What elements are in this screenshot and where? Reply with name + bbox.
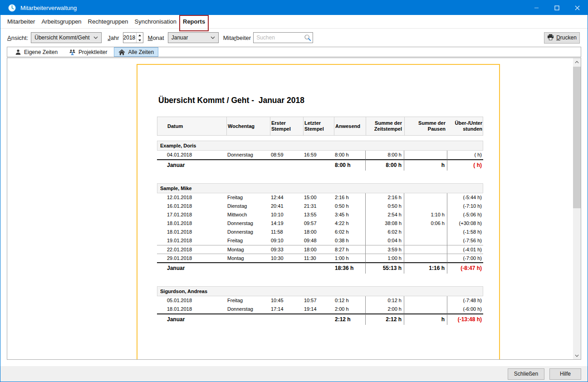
schliessen-button-label: Schließen xyxy=(514,371,538,377)
search-input[interactable] xyxy=(254,34,303,41)
body-cell: Freitag xyxy=(226,296,270,305)
summary-cell: Januar xyxy=(157,159,226,171)
body-cell: 0:50 h xyxy=(334,202,366,211)
menu-bar: MitarbeiterArbeitsgruppenRechtegruppenSy… xyxy=(0,15,588,29)
body-cell: 29.01.2018 xyxy=(157,254,226,262)
body-cell: 1:00 h xyxy=(366,254,404,262)
table-row: 05.01.2018Freitag10:4510:570:12 h0:12 h(… xyxy=(157,296,483,305)
search-icon[interactable] xyxy=(303,34,313,41)
table-row: 18.01.2018Donnerstag11:5818:006:02 h6:02… xyxy=(157,228,483,236)
scrollbar-thumb[interactable] xyxy=(573,67,581,208)
summary-cell xyxy=(303,313,334,325)
summary-cell: ( h) xyxy=(447,159,483,171)
summary-cell xyxy=(226,262,270,274)
body-cell: 8:00 h xyxy=(334,151,366,159)
summary-cell xyxy=(270,313,303,325)
menu-item-synchronisation[interactable]: Synchronisation xyxy=(135,18,177,25)
body-cell: 2:00 h xyxy=(366,305,404,313)
menu-item-rechtegruppen[interactable]: Rechtegruppen xyxy=(88,18,128,25)
hilfe-button[interactable]: Hilfe xyxy=(549,368,581,380)
body-cell: 13:55 xyxy=(303,211,334,219)
tab-projektleiter[interactable]: Projektleiter xyxy=(64,47,112,57)
summary-cell: 18:36 h xyxy=(334,262,366,274)
body-cell: 20:41 xyxy=(270,202,303,211)
monat-dropdown[interactable]: Januar xyxy=(168,32,219,43)
summary-row: Januar2:12 h2:12 hh(-13:48 h) xyxy=(157,313,483,325)
body-cell: (-5:44 h) xyxy=(447,193,483,202)
body-cell: 4:22 h xyxy=(334,219,366,228)
minimize-button[interactable] xyxy=(526,0,547,15)
summary-cell: h xyxy=(404,313,447,325)
ansicht-dropdown[interactable]: Übersicht Kommt/Geht xyxy=(31,32,102,43)
tab-alle-zeiten[interactable]: Alle Zeiten xyxy=(114,47,158,57)
body-cell xyxy=(404,193,447,202)
ansicht-dropdown-value: Übersicht Kommt/Geht xyxy=(34,34,89,41)
body-cell: 10:30 xyxy=(270,254,303,262)
body-cell: 1:00 h xyxy=(334,254,366,262)
menu-item-arbeitsgruppen[interactable]: Arbeitsgruppen xyxy=(41,18,81,25)
body-cell: (-7:48 h) xyxy=(447,296,483,305)
triangle-down-icon xyxy=(138,39,141,41)
body-cell: (-7:10 h) xyxy=(447,202,483,211)
summary-cell xyxy=(270,159,303,171)
table-row: 04.01.2018Donnerstag08:5916:598:00 h8:00… xyxy=(157,151,483,159)
tab-strip: Eigene Zeiten Projektleiter xyxy=(7,47,581,57)
spinner-up-button[interactable] xyxy=(137,33,143,38)
body-cell: 15:00 xyxy=(303,193,334,202)
monat-label: Monat xyxy=(148,34,164,41)
body-cell xyxy=(404,296,447,305)
menu-item-mitarbeiter[interactable]: Mitarbeiter xyxy=(7,18,35,25)
body-cell: 0:12 h xyxy=(334,296,366,305)
scroll-up-icon[interactable] xyxy=(573,58,581,66)
mitarbeiter-label: Mitarbeiter xyxy=(223,34,251,41)
body-cell: (-1:58 h) xyxy=(447,228,483,236)
body-cell: 2:54 h xyxy=(366,211,404,219)
tab-eigene-zeiten[interactable]: Eigene Zeiten xyxy=(10,47,62,57)
report-title: Übersicht Kommt / Geht - Januar 2018 xyxy=(158,96,304,105)
body-cell: 0:50 h xyxy=(366,202,404,211)
body-cell: Dienstag xyxy=(226,202,270,211)
window-title: Mitarbeiterverwaltung xyxy=(20,5,77,11)
body-cell: 18.01.2018 xyxy=(157,305,226,313)
body-cell: 8:00 h xyxy=(366,151,404,159)
body-cell: (-7:56 h) xyxy=(447,236,483,245)
close-button[interactable] xyxy=(567,0,588,15)
menu-item-reports[interactable]: Reports xyxy=(183,18,205,25)
column-header: Über-/Unter stunden xyxy=(448,117,484,135)
body-cell: 0:06 h xyxy=(404,219,447,228)
body-cell xyxy=(404,151,447,159)
body-cell xyxy=(404,202,447,211)
body-cell: Mittwoch xyxy=(226,211,270,219)
table-row: 18.01.2018Donnerstag17:1419:142:00 h2:00… xyxy=(157,305,483,313)
body-cell: 22.01.2018 xyxy=(157,245,226,254)
vertical-scrollbar[interactable] xyxy=(573,58,581,359)
jahr-spinner[interactable] xyxy=(123,32,143,43)
jahr-input[interactable] xyxy=(123,33,136,43)
body-cell: 18:00 xyxy=(303,228,334,236)
summary-cell: Januar xyxy=(157,262,226,274)
body-cell: 18.01.2018 xyxy=(157,219,226,228)
drucken-button-label: Drucken xyxy=(556,34,577,41)
summary-cell: 2:12 h xyxy=(366,313,404,325)
body-cell: 10:45 xyxy=(270,296,303,305)
body-cell: Donnerstag xyxy=(226,219,270,228)
body-cell xyxy=(404,254,447,262)
body-cell: 18:00 xyxy=(303,245,334,254)
table-row: 29.01.2018Montag10:3011:301:00 h1:00 h(-… xyxy=(157,254,483,262)
body-cell: 0:12 h xyxy=(366,296,404,305)
drucken-button[interactable]: Drucken xyxy=(544,32,580,44)
employee-group-header: Sample, Mike xyxy=(157,183,483,193)
body-cell: 2:00 h xyxy=(334,305,366,313)
maximize-button[interactable] xyxy=(547,0,567,15)
schliessen-button[interactable]: Schließen xyxy=(508,368,544,380)
column-header: Erster Stempel xyxy=(270,117,304,135)
tab-label: Projektleiter xyxy=(78,49,107,55)
mitarbeiter-search xyxy=(253,32,313,43)
table-header-row: DatumWochentagErster StempelLetzter Stem… xyxy=(157,117,483,136)
body-cell: 11:58 xyxy=(270,228,303,236)
person-icon xyxy=(15,49,21,55)
column-header: Wochentag xyxy=(227,117,270,135)
column-header: Letzter Stempel xyxy=(304,117,334,135)
spinner-down-button[interactable] xyxy=(137,38,143,43)
scroll-down-icon[interactable] xyxy=(573,352,581,359)
